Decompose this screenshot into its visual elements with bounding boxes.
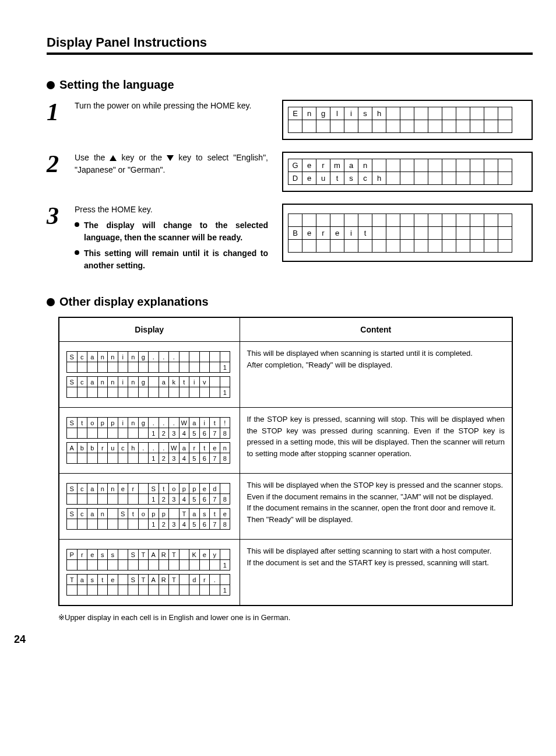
lcd-display: Scanningaktiv1 [66,376,230,398]
step-number: 1 [47,100,70,124]
page-number: 24 [14,634,533,646]
footnote: ※Upper display in each cell is in Englis… [58,613,533,622]
lcd-display: GermanDeutsch [288,159,512,185]
bullet-icon [47,298,55,306]
triangle-up-icon [110,155,117,161]
explanations-table: Display Content Scanning...1Scanningakti… [58,317,513,606]
section-heading-text: Setting the language [59,78,174,92]
content-cell: This will be displayed when the STOP key… [240,474,512,540]
step-row: 1Turn the power on while pressing the HO… [47,100,533,140]
display-panel: English [282,100,533,140]
triangle-down-icon [167,155,174,161]
display-cell: ScannerStopped12345678ScanStoppTaste1234… [59,474,240,540]
display-cell: Scanning...1Scanningaktiv1 [59,342,240,408]
display-panel: Bereit [282,204,533,262]
lcd-display: Stopping...Wait!12345678 [66,417,230,439]
lcd-display: ScanStoppTaste12345678 [66,508,230,530]
lcd-display: TasteSTARTdr.1 [66,574,230,596]
table-row: PressSTARTKey1TasteSTARTdr.1This will be… [59,540,512,606]
table-header-content: Content [240,317,512,342]
table-header-display: Display [59,317,240,342]
step-sub-bullet: The display will change to the selected … [75,219,268,244]
lcd-display: PressSTARTKey1 [66,549,230,570]
section-heading-language: Setting the language [47,78,533,92]
step-row: 3Press the HOME key.The display will cha… [47,204,533,272]
display-cell: Stopping...Wait!12345678Abbruch...Warten… [59,408,240,474]
step-number: 2 [47,152,70,176]
step-text: Press the HOME key.The display will chan… [75,204,268,272]
page-title: Display Panel Instructions [47,35,533,55]
content-cell: This will be displayed when scanning is … [240,342,512,408]
bullet-icon [75,222,79,227]
lcd-display: Scanning...1 [66,351,230,373]
section-heading-other: Other display explanations [47,295,533,309]
display-panel: GermanDeutsch [282,152,533,192]
step-text: Use the key or the key to select "Englis… [75,152,268,176]
lcd-display: Abbruch...Warten12345678 [66,442,230,464]
bullet-icon [47,81,55,89]
table-row: ScannerStopped12345678ScanStoppTaste1234… [59,474,512,540]
display-cell: PressSTARTKey1TasteSTARTdr.1 [59,540,240,606]
section-heading-text: Other display explanations [59,295,209,309]
lcd-display: ScannerStopped12345678 [66,483,230,505]
content-cell: This will be displayed after setting sca… [240,540,512,606]
step-number: 3 [47,204,70,228]
lcd-display: Bereit [288,214,512,253]
lcd-display: English [288,107,512,133]
table-row: Scanning...1Scanningaktiv1This will be d… [59,342,512,408]
step-row: 2Use the key or the key to select "Engli… [47,152,533,192]
bullet-icon [75,250,79,255]
table-row: Stopping...Wait!12345678Abbruch...Warten… [59,408,512,474]
step-text: Turn the power on while pressing the HOM… [75,100,268,112]
step-sub-bullet: This setting will remain until it is cha… [75,247,268,272]
content-cell: If the STOP key is pressed, scanning wil… [240,408,512,474]
